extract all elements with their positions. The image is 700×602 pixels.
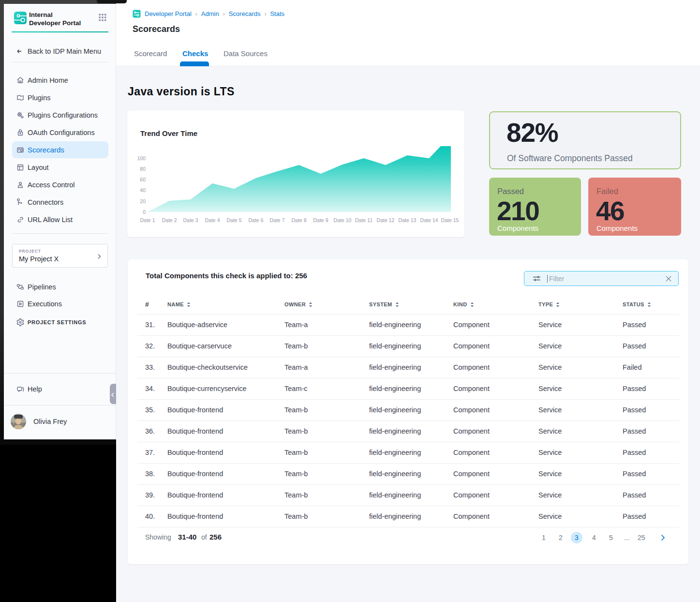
svg-text:Date 13: Date 13 [399, 217, 417, 223]
svg-text:Date 11: Date 11 [355, 217, 372, 223]
svg-text:Date 10: Date 10 [334, 217, 352, 223]
svg-text:60: 60 [140, 177, 146, 182]
svg-text:Trend Over Time: Trend Over Time [140, 129, 197, 137]
svg-text:Date 14: Date 14 [420, 217, 438, 223]
svg-text:Date 9: Date 9 [313, 217, 328, 223]
svg-text:0: 0 [143, 209, 146, 215]
svg-text:40: 40 [140, 187, 146, 193]
svg-text:Date 1: Date 1 [140, 217, 155, 223]
svg-text:Date 4: Date 4 [205, 217, 220, 223]
svg-text:Date 6: Date 6 [249, 217, 264, 223]
svg-text:Date 15: Date 15 [441, 217, 459, 223]
svg-text:100: 100 [137, 155, 146, 161]
svg-text:Date 2: Date 2 [162, 217, 177, 223]
svg-text:Date 5: Date 5 [227, 217, 242, 223]
svg-text:Date 3: Date 3 [183, 217, 198, 223]
svg-text:Date 12: Date 12 [377, 217, 395, 223]
svg-text:20: 20 [140, 198, 146, 204]
svg-text:Date 7: Date 7 [270, 217, 285, 223]
svg-text:80: 80 [140, 166, 146, 172]
svg-text:Date 8: Date 8 [292, 217, 307, 223]
